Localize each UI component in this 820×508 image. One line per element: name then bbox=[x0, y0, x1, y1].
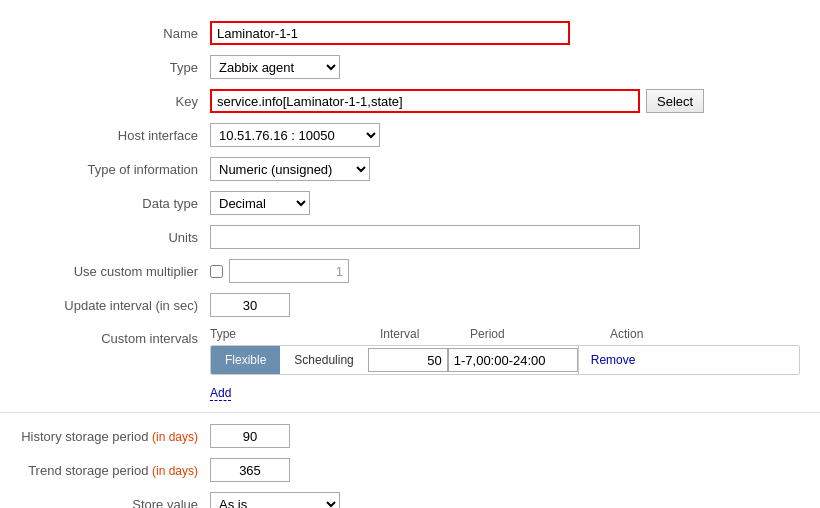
store-value-row: Store value As is Delta (speed per secon… bbox=[0, 487, 820, 508]
host-interface-row: Host interface 10.51.76.16 : 10050 bbox=[0, 118, 820, 152]
trend-row: Trend storage period (in days) bbox=[0, 453, 820, 487]
ci-header-type: Type bbox=[210, 327, 370, 341]
key-control: Select bbox=[210, 89, 800, 113]
multiplier-checkbox[interactable] bbox=[210, 265, 223, 278]
type-control: Zabbix agent Zabbix agent (active) Simpl… bbox=[210, 55, 800, 79]
units-row: Units bbox=[0, 220, 820, 254]
add-link[interactable]: Add bbox=[210, 386, 231, 401]
history-input[interactable] bbox=[210, 424, 290, 448]
update-interval-input[interactable] bbox=[210, 293, 290, 317]
store-value-select[interactable]: As is Delta (speed per second) Delta (si… bbox=[210, 492, 340, 508]
name-control bbox=[210, 21, 800, 45]
name-row: Name bbox=[0, 16, 820, 50]
ci-row: Flexible Scheduling Remove bbox=[210, 345, 800, 375]
update-interval-row: Update interval (in sec) bbox=[0, 288, 820, 322]
ci-header-period: Period bbox=[460, 327, 600, 341]
type-of-info-row: Type of information Numeric (unsigned) N… bbox=[0, 152, 820, 186]
data-type-control: Decimal Octal Hexadecimal Boolean bbox=[210, 191, 800, 215]
ci-header-action: Action bbox=[600, 327, 680, 341]
type-of-info-select[interactable]: Numeric (unsigned) Numeric (float) Chara… bbox=[210, 157, 370, 181]
host-interface-label: Host interface bbox=[20, 128, 210, 143]
name-input[interactable] bbox=[210, 21, 570, 45]
ci-btn-flexible[interactable]: Flexible bbox=[211, 346, 280, 374]
ci-type-buttons: Flexible Scheduling bbox=[211, 346, 368, 374]
type-of-info-control: Numeric (unsigned) Numeric (float) Chara… bbox=[210, 157, 800, 181]
ci-remove-link[interactable]: Remove bbox=[578, 346, 648, 374]
data-type-row: Data type Decimal Octal Hexadecimal Bool… bbox=[0, 186, 820, 220]
key-row: Key Select bbox=[0, 84, 820, 118]
trend-input[interactable] bbox=[210, 458, 290, 482]
type-select[interactable]: Zabbix agent Zabbix agent (active) Simpl… bbox=[210, 55, 340, 79]
type-of-info-label: Type of information bbox=[20, 162, 210, 177]
host-interface-control: 10.51.76.16 : 10050 bbox=[210, 123, 800, 147]
form-container: Name Type Zabbix agent Zabbix agent (act… bbox=[0, 0, 820, 508]
host-interface-select[interactable]: 10.51.76.16 : 10050 bbox=[210, 123, 380, 147]
ci-interval-input[interactable] bbox=[368, 348, 448, 372]
update-interval-label: Update interval (in sec) bbox=[20, 298, 210, 313]
select-button[interactable]: Select bbox=[646, 89, 704, 113]
ci-header-interval: Interval bbox=[370, 327, 460, 341]
multiplier-input[interactable] bbox=[229, 259, 349, 283]
custom-intervals-label: Custom intervals bbox=[20, 327, 210, 346]
custom-intervals-section: Custom intervals Type Interval Period Ac… bbox=[0, 322, 820, 406]
units-input[interactable] bbox=[210, 225, 640, 249]
update-interval-control bbox=[210, 293, 800, 317]
divider bbox=[0, 412, 820, 413]
store-value-label: Store value bbox=[20, 497, 210, 509]
multiplier-row: Use custom multiplier bbox=[0, 254, 820, 288]
ci-headers: Type Interval Period Action bbox=[210, 327, 800, 345]
data-type-label: Data type bbox=[20, 196, 210, 211]
ci-btn-scheduling[interactable]: Scheduling bbox=[280, 346, 367, 374]
key-label: Key bbox=[20, 94, 210, 109]
type-label: Type bbox=[20, 60, 210, 75]
add-link-container: Add bbox=[210, 381, 800, 401]
data-type-select[interactable]: Decimal Octal Hexadecimal Boolean bbox=[210, 191, 310, 215]
units-label: Units bbox=[20, 230, 210, 245]
history-label: History storage period (in days) bbox=[20, 429, 210, 444]
multiplier-label: Use custom multiplier bbox=[20, 264, 210, 279]
history-control bbox=[210, 424, 800, 448]
trend-control bbox=[210, 458, 800, 482]
key-input[interactable] bbox=[210, 89, 640, 113]
custom-intervals-content: Type Interval Period Action Flexible Sch… bbox=[210, 327, 800, 401]
units-control bbox=[210, 225, 800, 249]
multiplier-control bbox=[210, 259, 800, 283]
type-row: Type Zabbix agent Zabbix agent (active) … bbox=[0, 50, 820, 84]
history-row: History storage period (in days) bbox=[0, 419, 820, 453]
trend-label: Trend storage period (in days) bbox=[20, 463, 210, 478]
ci-period-input[interactable] bbox=[448, 348, 578, 372]
store-value-control: As is Delta (speed per second) Delta (si… bbox=[210, 492, 800, 508]
name-label: Name bbox=[20, 26, 210, 41]
